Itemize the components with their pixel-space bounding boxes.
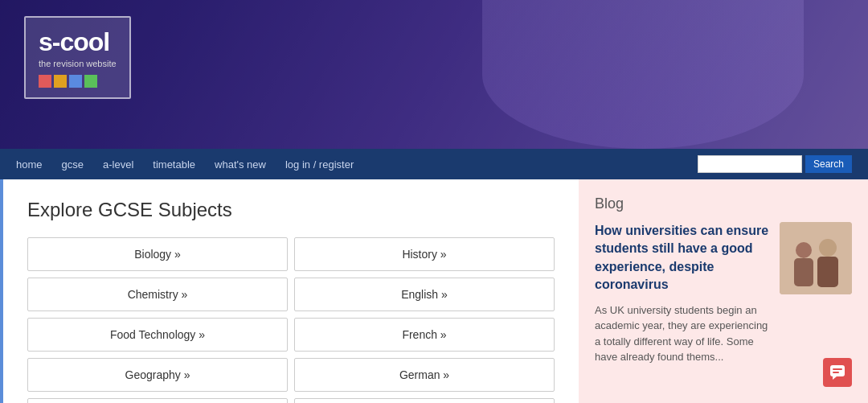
subject-german[interactable]: German » (294, 358, 555, 392)
subject-french[interactable]: French » (294, 318, 555, 352)
search-button[interactable]: Search (805, 155, 852, 173)
blog-content: How universities can ensure students sti… (595, 222, 852, 365)
subject-geography[interactable]: Geography » (27, 358, 288, 392)
subject-history[interactable]: History » (294, 237, 555, 271)
blog-image-svg (780, 222, 852, 294)
nav-login[interactable]: log in / register (285, 158, 354, 171)
nav-search-area: Search (698, 155, 852, 173)
logo-squares (39, 75, 117, 88)
nav-alevel[interactable]: a-level (103, 158, 133, 171)
blog-text: How universities can ensure students sti… (595, 222, 770, 365)
subject-food-technology[interactable]: Food Technology » (27, 318, 288, 352)
logo-box[interactable]: s-cool the revision website (24, 16, 131, 99)
blog-excerpt: As UK university students begin an acade… (595, 302, 770, 365)
nav-gcse[interactable]: gcse (62, 158, 84, 171)
logo-sub: the revision website (39, 59, 117, 68)
chat-icon[interactable] (823, 358, 852, 387)
header-student-image (482, 0, 804, 149)
svg-rect-0 (780, 222, 852, 294)
subject-biology[interactable]: Biology » (27, 237, 288, 271)
blog-label: Blog (595, 195, 852, 212)
subject-maths[interactable]: Maths » (27, 398, 288, 403)
blog-image (780, 222, 852, 294)
svg-rect-4 (817, 257, 838, 287)
blog-title[interactable]: How universities can ensure students sti… (595, 222, 770, 294)
logo-text: s-cool (39, 27, 117, 57)
svg-rect-2 (794, 258, 813, 286)
svg-point-3 (819, 239, 837, 257)
svg-rect-5 (830, 365, 845, 376)
subjects-grid: Biology » History » Chemistry » English … (27, 237, 555, 403)
chat-icon-svg (829, 364, 845, 380)
nav-whatsnew[interactable]: what's new (215, 158, 266, 171)
subject-english[interactable]: English » (294, 278, 555, 311)
nav-home[interactable]: home (16, 158, 43, 171)
logo-sq-4 (84, 75, 97, 88)
svg-rect-8 (833, 372, 839, 373)
subject-pe[interactable]: PE » (294, 398, 555, 403)
nav-timetable[interactable]: timetable (153, 158, 195, 171)
subject-chemistry[interactable]: Chemistry » (27, 278, 288, 311)
left-panel: Explore GCSE Subjects Biology » History … (0, 179, 579, 403)
nav-bar: home gcse a-level timetable what's new l… (0, 149, 868, 179)
nav-items: home gcse a-level timetable what's new l… (16, 158, 698, 171)
logo-sq-2 (54, 75, 67, 88)
logo-sq-1 (39, 75, 51, 88)
svg-rect-7 (833, 368, 842, 370)
header: s-cool the revision website (0, 0, 868, 149)
logo-sq-3 (69, 75, 82, 88)
search-input[interactable] (698, 155, 802, 173)
main-content: Explore GCSE Subjects Biology » History … (0, 179, 868, 403)
section-title: Explore GCSE Subjects (27, 199, 555, 221)
svg-marker-6 (833, 376, 837, 380)
svg-point-1 (796, 242, 812, 258)
